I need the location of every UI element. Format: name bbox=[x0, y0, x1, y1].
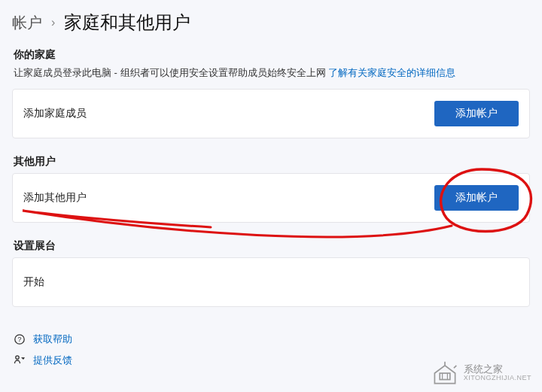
family-section-title: 你的家庭 bbox=[14, 48, 530, 62]
settings-page: 帐户 › 家庭和其他用户 你的家庭 让家庭成员登录此电脑 - 组织者可以使用安全… bbox=[0, 0, 542, 392]
add-other-user-label: 添加其他用户 bbox=[23, 191, 87, 205]
get-help-text: 获取帮助 bbox=[33, 333, 72, 346]
page-title: 家庭和其他用户 bbox=[64, 11, 190, 35]
breadcrumb: 帐户 › 家庭和其他用户 bbox=[12, 11, 530, 35]
svg-text:?: ? bbox=[17, 336, 21, 343]
chevron-right-icon: › bbox=[51, 16, 55, 29]
watermark-sub: XITONGZHIJIA.NET bbox=[464, 375, 531, 382]
family-learn-more-link[interactable]: 了解有关家庭安全的详细信息 bbox=[328, 67, 455, 78]
add-family-account-button[interactable]: 添加帐户 bbox=[434, 101, 519, 126]
svg-rect-3 bbox=[440, 373, 450, 380]
watermark: 系统之家 XITONGZHIJIA.NET bbox=[432, 360, 531, 386]
breadcrumb-parent[interactable]: 帐户 bbox=[12, 13, 42, 33]
get-help-link[interactable]: ? 获取帮助 bbox=[14, 333, 530, 346]
svg-point-2 bbox=[16, 356, 19, 359]
other-users-section-title: 其他用户 bbox=[14, 155, 530, 169]
watermark-title: 系统之家 bbox=[464, 364, 531, 375]
kiosk-card[interactable]: 开始 bbox=[12, 257, 530, 307]
add-other-user-card: 添加其他用户 添加帐户 bbox=[12, 173, 530, 223]
family-section-desc: 让家庭成员登录此电脑 - 组织者可以使用安全设置帮助成员始终安全上网 了解有关家… bbox=[14, 66, 530, 80]
watermark-logo-icon bbox=[432, 360, 458, 386]
kiosk-section-title: 设置展台 bbox=[14, 239, 530, 253]
help-icon: ? bbox=[14, 333, 26, 345]
add-family-member-card: 添加家庭成员 添加帐户 bbox=[12, 89, 530, 138]
add-family-member-label: 添加家庭成员 bbox=[23, 107, 87, 120]
family-desc-text: 让家庭成员登录此电脑 - 组织者可以使用安全设置帮助成员始终安全上网 bbox=[14, 67, 328, 78]
add-other-account-button[interactable]: 添加帐户 bbox=[434, 185, 519, 211]
give-feedback-text: 提供反馈 bbox=[33, 354, 72, 367]
feedback-icon bbox=[14, 354, 26, 366]
kiosk-start-label: 开始 bbox=[23, 275, 44, 289]
